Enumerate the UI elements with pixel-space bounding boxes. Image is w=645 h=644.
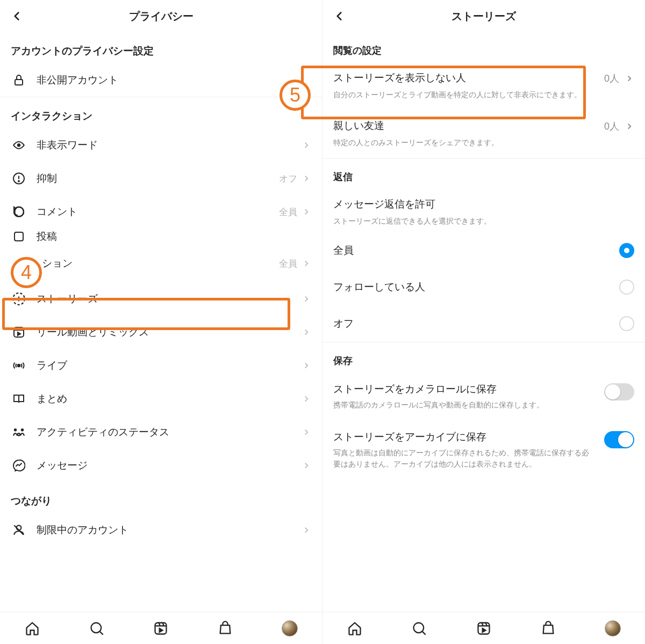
hidden-words-row[interactable]: 非表示ワード	[0, 128, 322, 162]
reels-label: リール動画とリミックス	[37, 325, 302, 339]
tag-icon	[11, 228, 27, 245]
close-friends-count: 0人	[604, 120, 619, 133]
radio-selected-icon	[619, 243, 634, 258]
save-camera-desc: 携帯電話のカメラロールに写真や動画を自動的に保存します。	[333, 399, 596, 411]
live-label: ライブ	[37, 359, 302, 373]
close-friends-title: 親しい友達	[333, 119, 634, 133]
svg-rect-6	[15, 232, 23, 241]
reply-everyone-label: 全員	[333, 244, 354, 257]
hide-story-count: 0人	[604, 72, 619, 85]
messages-row[interactable]: メッセージ	[0, 449, 322, 482]
hide-story-title: ストーリーズを表示しない人	[333, 71, 634, 85]
close-friends-row[interactable]: 親しい友達 特定の人とのみストーリーズをシェアできます。 0人	[322, 110, 645, 158]
toggle-on-icon[interactable]	[604, 431, 634, 448]
chevron-right-icon	[302, 140, 311, 150]
privacy-settings-panel: プライバシー アカウントのプライバシー設定 非公開アカウント インタラクション …	[0, 0, 322, 644]
messenger-icon	[11, 457, 27, 474]
radio-unselected-icon	[619, 280, 634, 295]
section-connections: つながり	[0, 482, 322, 513]
guides-label: まとめ	[37, 392, 302, 406]
svg-point-21	[91, 622, 101, 633]
chevron-right-icon	[625, 74, 634, 83]
restricted-icon	[11, 522, 27, 538]
svg-point-4	[18, 181, 19, 182]
mention-row-partial[interactable]: ション 全員	[0, 245, 322, 282]
stories-row[interactable]: ストーリーズ	[0, 282, 322, 316]
messages-label: メッセージ	[37, 459, 302, 473]
chevron-right-icon	[302, 461, 311, 470]
lock-icon	[11, 72, 27, 88]
svg-rect-30	[478, 622, 490, 634]
nav-home-icon[interactable]	[24, 620, 40, 636]
chevron-right-icon	[302, 327, 311, 337]
activity-status-row[interactable]: アクティビティのステータス	[0, 416, 322, 449]
save-archive-desc: 写真と動画は自動的にアーカイブに保存されるため、携帯電話に保存する必要はありませ…	[333, 447, 596, 470]
svg-point-16	[14, 428, 17, 431]
save-archive-title: ストーリーズをアーカイブに保存	[333, 430, 596, 444]
nav-home-icon[interactable]	[347, 620, 363, 636]
limits-row[interactable]: 抑制 オフ	[0, 162, 322, 195]
stories-label: ストーリーズ	[37, 292, 302, 306]
reels-icon	[11, 324, 27, 340]
live-row[interactable]: ライブ	[0, 349, 322, 382]
close-friends-desc: 特定の人とのみストーリーズをシェアできます。	[333, 137, 634, 148]
reply-allow-desc: ストーリーズに返信できる人を選択できます。	[333, 216, 634, 227]
svg-point-18	[18, 433, 20, 435]
page-title: ストーリーズ	[452, 9, 516, 24]
nav-reels-icon[interactable]	[153, 620, 169, 636]
back-icon[interactable]	[332, 9, 346, 23]
reply-option-following[interactable]: フォローしている人	[322, 269, 645, 305]
reply-allow-block: メッセージ返信を許可 ストーリーズに返信できる人を選択できます。	[322, 189, 645, 232]
comments-row[interactable]: コメント 全員	[0, 195, 322, 228]
reply-option-off[interactable]: オフ	[322, 305, 645, 342]
chevron-right-icon	[302, 294, 311, 304]
svg-line-20	[14, 525, 23, 534]
nav-reels-icon[interactable]	[476, 620, 492, 636]
chevron-right-icon	[625, 121, 634, 131]
mention-value: 全員	[279, 257, 297, 270]
chevron-right-icon	[302, 427, 311, 437]
nav-search-icon[interactable]	[89, 620, 105, 636]
comment-icon	[11, 204, 27, 220]
save-archive-row[interactable]: ストーリーズをアーカイブに保存 写真と動画は自動的にアーカイブに保存されるため、…	[322, 420, 645, 480]
back-icon[interactable]	[10, 9, 24, 23]
svg-line-22	[100, 631, 103, 634]
svg-point-1	[17, 144, 21, 147]
live-icon	[11, 357, 27, 374]
svg-rect-0	[15, 80, 23, 85]
activity-label: アクティビティのステータス	[37, 425, 302, 439]
reply-allow-title: メッセージ返信を許可	[333, 197, 634, 211]
chevron-right-icon	[302, 361, 311, 370]
reply-following-label: フォローしている人	[333, 280, 425, 294]
restricted-label: 制限中のアカウント	[37, 523, 302, 537]
nav-profile-avatar[interactable]	[605, 620, 621, 636]
nav-shop-icon[interactable]	[540, 620, 556, 636]
posts-row-partial[interactable]: 投稿	[0, 228, 322, 245]
nav-profile-avatar[interactable]	[282, 620, 298, 636]
hidden-words-label: 非表示ワード	[37, 138, 302, 152]
chevron-right-icon	[302, 174, 311, 183]
svg-point-15	[18, 364, 20, 367]
chevron-right-icon	[302, 394, 311, 404]
bottom-nav	[0, 612, 322, 644]
comments-label: コメント	[37, 205, 279, 219]
eye-icon	[11, 137, 27, 153]
nav-search-icon[interactable]	[411, 620, 427, 636]
svg-point-17	[21, 428, 24, 431]
left-header: プライバシー	[0, 0, 322, 32]
reply-option-everyone[interactable]: 全員	[322, 232, 645, 269]
private-account-row[interactable]: 非公開アカウント	[0, 63, 322, 97]
nav-shop-icon[interactable]	[217, 620, 233, 636]
save-camera-roll-row[interactable]: ストーリーズをカメラロールに保存 携帯電話のカメラロールに写真や動画を自動的に保…	[322, 373, 645, 420]
reels-row[interactable]: リール動画とリミックス	[0, 316, 322, 349]
mention-label: ション	[37, 256, 279, 270]
svg-marker-14	[18, 332, 20, 335]
restricted-row[interactable]: 制限中のアカウント	[0, 513, 322, 547]
page-title: プライバシー	[129, 9, 194, 24]
hide-story-from-row[interactable]: ストーリーズを表示しない人 自分のストーリーズとライブ動画を特定の人に対して非表…	[322, 62, 645, 110]
section-view: 閲覧の設定	[322, 32, 645, 62]
guides-row[interactable]: まとめ	[0, 382, 322, 416]
alert-circle-icon	[11, 170, 27, 187]
svg-rect-10	[14, 327, 24, 337]
toggle-off-icon[interactable]	[604, 383, 634, 400]
